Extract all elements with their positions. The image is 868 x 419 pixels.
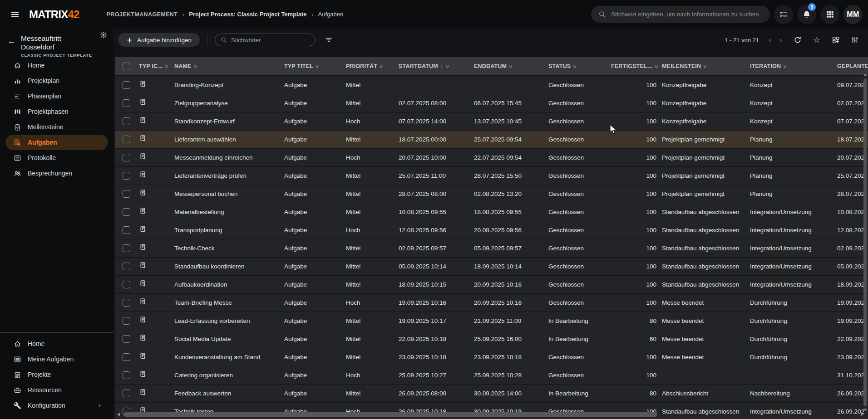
column-header-prioritaet[interactable]: PRIORITÄT∨ xyxy=(343,63,396,69)
sidebar-item-konfiguration[interactable]: Konfiguration› xyxy=(5,398,108,413)
row-checkbox[interactable] xyxy=(123,99,130,107)
column-label: TYP TITEL xyxy=(284,63,313,69)
row-checkbox[interactable] xyxy=(123,117,130,125)
row-checkbox[interactable] xyxy=(123,81,130,89)
back-arrow-icon[interactable]: ← xyxy=(7,36,16,46)
scroll-right-arrow-icon[interactable] xyxy=(861,413,865,416)
table-row-transportplanung[interactable]: TransportplanungAufgabeHoch12.08.2025 09… xyxy=(115,221,868,239)
list-box-icon xyxy=(14,154,21,162)
row-checkbox[interactable] xyxy=(123,299,130,307)
column-header-meilenstein[interactable]: MEILENSTEIN∨ xyxy=(659,63,747,69)
scroll-left-arrow-icon[interactable] xyxy=(115,413,120,416)
cell-geplantes: 05.09.202 xyxy=(834,263,868,270)
table-row-technik-check[interactable]: Technik-CheckAufgabeMittel02.09.2025 09:… xyxy=(115,239,868,257)
notifications-bell-icon[interactable]: 3 xyxy=(797,5,816,24)
table-row-messepersonal-buchen[interactable]: Messepersonal buchenAufgabeMittel28.07.2… xyxy=(115,185,868,203)
column-settings-icon[interactable] xyxy=(848,33,862,47)
table-row-standaufbau-koordinieren[interactable]: Standaufbau koordinierenAufgabeMittel05.… xyxy=(115,258,868,275)
column-header-check[interactable] xyxy=(115,63,136,70)
table-row-lieferanten-auswählen[interactable]: Lieferanten auswählenAufgabeMittel18.07.… xyxy=(115,131,868,148)
row-checkbox[interactable] xyxy=(123,390,130,397)
row-checkbox[interactable] xyxy=(123,154,130,161)
table-row-team-briefing-messe[interactable]: Team-Briefing MesseAufgabeHoch19.09.2025… xyxy=(115,294,868,312)
row-checkbox[interactable] xyxy=(123,317,130,325)
table-row-materialbestellung[interactable]: MaterialbestellungAufgabeMittel10.08.202… xyxy=(115,203,868,221)
row-checkbox[interactable] xyxy=(123,172,130,180)
column-header-name[interactable]: NAME∨ xyxy=(172,63,281,69)
table-row-standkonzept-entwurf[interactable]: Standkonzept-EntwurfAufgabeHoch07.07.202… xyxy=(115,112,868,130)
sidebar-item-meilensteine[interactable]: Meilensteine xyxy=(5,119,108,135)
sidebar-item-besprechungen[interactable]: Besprechungen xyxy=(5,166,108,181)
row-checkbox[interactable] xyxy=(123,353,130,361)
row-checkbox[interactable] xyxy=(123,281,130,288)
table-row-catering-organisieren[interactable]: Catering organisierenAufgabeHoch25.09.20… xyxy=(115,366,868,384)
table-row-lieferantenverträge-prüfen[interactable]: Lieferantenverträge prüfenAufgabeMittel2… xyxy=(115,167,868,185)
table-row-messeanmeldung-einreichen[interactable]: Messeanmeldung einreichenAufgabeHoch20.0… xyxy=(115,149,868,166)
matrix42-logo[interactable]: MATRIX42 xyxy=(29,8,79,21)
select-all-checkbox[interactable] xyxy=(123,63,130,70)
column-header-status[interactable]: STATUS∨ xyxy=(546,63,608,69)
column-header-enddatum[interactable]: ENDDATUM∨ xyxy=(471,63,546,69)
next-page-icon[interactable]: › xyxy=(775,35,786,45)
cell-typ_titel: Aufgabe xyxy=(281,154,343,161)
sidebar-item-protokolle[interactable]: Protokolle xyxy=(5,150,108,166)
global-search-input[interactable]: Stichwort eingeben, um nach Informatione… xyxy=(591,6,770,23)
row-checkbox[interactable] xyxy=(123,136,130,143)
cell-fertigstellung: 100 xyxy=(608,100,659,107)
menu-icon[interactable] xyxy=(7,7,23,22)
table-row-feedback-auswerten[interactable]: Feedback auswertenAufgabeMittel26.09.202… xyxy=(115,385,868,402)
row-checkbox[interactable] xyxy=(123,371,130,379)
cell-name: Social Media Update xyxy=(172,336,281,342)
cell-iteration: Integration/Umsetzung xyxy=(747,263,834,270)
row-checkbox[interactable] xyxy=(123,263,130,270)
sidebar-item-projekte[interactable]: Projekte xyxy=(5,367,108,382)
column-header-geplantes[interactable]: GEPLANTES xyxy=(834,63,868,69)
row-checkbox[interactable] xyxy=(123,244,130,252)
vertical-scrollbar[interactable] xyxy=(863,74,867,410)
sidebar-item-home[interactable]: Home xyxy=(5,336,108,351)
column-header-typ_icon[interactable]: TYP IC...∨ xyxy=(136,63,172,69)
gear-icon[interactable] xyxy=(98,29,109,42)
sidebar-item-meine-aufgaben[interactable]: Meine Aufgaben xyxy=(5,351,108,367)
breadcrumb-project-process[interactable]: Project Process: Classic Project Templat… xyxy=(189,11,306,18)
layout-grid-icon[interactable] xyxy=(829,33,843,47)
table-row-lead-erfassung-vorbereiten[interactable]: Lead-Erfassung vorbereitenAufgabeMittel1… xyxy=(115,312,868,330)
prev-page-icon[interactable]: ‹ xyxy=(764,35,775,45)
row-checkbox[interactable] xyxy=(123,335,130,343)
add-task-button[interactable]: Aufgabe hinzufügen xyxy=(118,33,200,47)
table-row-branding-konzept[interactable]: Branding-KonzeptAufgabeMittelGeschlossen… xyxy=(115,76,868,94)
horizontal-scrollbar-thumb[interactable] xyxy=(123,412,657,417)
scroll-up-arrow-icon[interactable] xyxy=(863,72,867,76)
user-avatar[interactable]: MM xyxy=(843,5,863,24)
sidebar-item-home[interactable]: Home xyxy=(5,58,108,73)
cell-name: Materialbestellung xyxy=(172,209,281,215)
row-checkbox[interactable] xyxy=(123,226,130,234)
keyword-search-input[interactable]: Stichwörter xyxy=(215,34,316,46)
row-checkbox[interactable] xyxy=(123,208,130,216)
row-checkbox[interactable] xyxy=(123,190,130,198)
filter-icon[interactable] xyxy=(322,33,335,47)
apps-grid-icon[interactable] xyxy=(820,5,839,24)
scroll-down-arrow-icon[interactable] xyxy=(863,409,867,413)
favorite-star-icon[interactable]: ☆ xyxy=(810,33,824,47)
cell-status: Geschlossen xyxy=(546,227,608,234)
sidebar-item-phasenplan[interactable]: Phasenplan xyxy=(5,88,108,104)
table-row-zielgruppenanalyse[interactable]: ZielgruppenanalyseAufgabeMittel02.07.202… xyxy=(115,94,868,112)
sidebar-item-aufgaben[interactable]: Aufgaben xyxy=(5,135,108,150)
sidebar-item-projektphasen[interactable]: Projektphasen xyxy=(5,104,108,119)
column-header-fertigstellung[interactable]: FERTIGSTEL...∨ xyxy=(608,63,659,69)
sidebar-item-ressourcen[interactable]: Ressourcen xyxy=(5,382,108,398)
column-header-iteration[interactable]: ITERATION∨ xyxy=(747,63,834,69)
horizontal-scrollbar[interactable] xyxy=(115,412,865,417)
sidebar-item-projektplan[interactable]: Projektplan xyxy=(5,73,108,88)
table-row-social-media-update[interactable]: Social Media UpdateAufgabeMittel22.09.20… xyxy=(115,330,868,348)
column-header-typ_titel[interactable]: TYP TITEL∨ xyxy=(281,63,343,69)
column-header-startdatum[interactable]: STARTDATUM↑∨ xyxy=(396,63,471,70)
table-row-kundenveranstaltung-am-stand[interactable]: Kundenveranstaltung am StandAufgabeMitte… xyxy=(115,348,868,366)
vertical-scrollbar-thumb[interactable] xyxy=(863,78,867,406)
breadcrumb-projektmanagement[interactable]: PROJEKTMANAGEMENT xyxy=(107,11,178,18)
breadcrumb-aufgaben[interactable]: Aufgaben xyxy=(318,11,344,18)
table-row-aufbaukoordination[interactable]: AufbaukoordinationAufgabeMittel18.09.202… xyxy=(115,276,868,293)
task-checklist-icon[interactable] xyxy=(774,5,793,24)
refresh-icon[interactable] xyxy=(791,33,804,47)
